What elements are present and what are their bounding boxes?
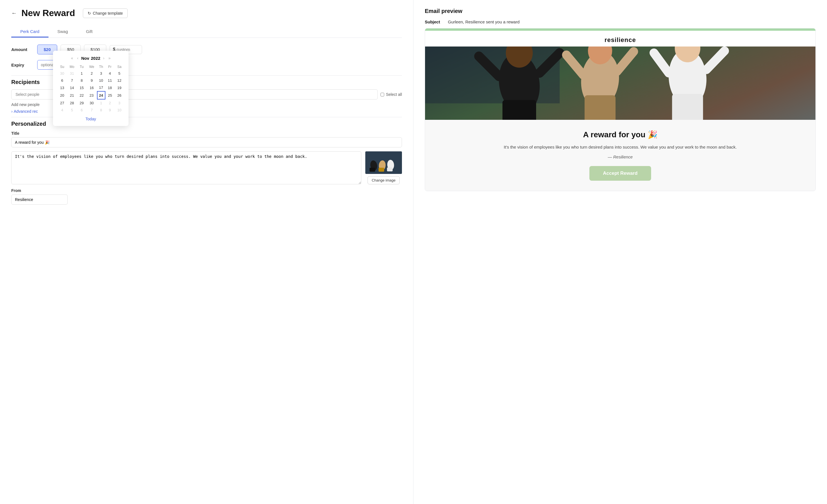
header: ← New Reward ↻ Change template xyxy=(11,8,402,18)
refresh-icon: ↻ xyxy=(88,11,91,15)
select-all-checkbox[interactable] xyxy=(381,93,384,96)
email-gif xyxy=(425,47,816,120)
calendar-day[interactable]: 15 xyxy=(77,84,87,91)
message-textarea[interactable] xyxy=(11,151,361,184)
calendar-day[interactable]: 19 xyxy=(115,84,124,91)
message-textarea-wrap: Change image xyxy=(11,151,402,184)
svg-rect-12 xyxy=(502,100,536,120)
calendar-day[interactable]: 31 xyxy=(67,70,77,77)
expiry-label: Expiry xyxy=(11,62,34,67)
cal-month: Nov xyxy=(81,56,89,61)
cal-prev-year[interactable]: « xyxy=(70,55,75,61)
email-brand: resilience xyxy=(425,31,816,47)
calendar-day[interactable]: 6 xyxy=(57,77,67,84)
calendar-header: « ‹ Nov 2022 › » xyxy=(57,55,124,61)
calendar-day[interactable]: 21 xyxy=(67,91,77,99)
svg-rect-6 xyxy=(387,167,393,171)
cal-weekday-we: We xyxy=(86,64,97,70)
svg-rect-4 xyxy=(370,168,375,172)
calendar-day[interactable]: 26 xyxy=(115,91,124,99)
calendar-popup: « ‹ Nov 2022 › » Su Mo Tu We Th Fr Sa 30… xyxy=(53,51,129,126)
calendar-day[interactable]: 1 xyxy=(97,99,105,107)
calendar-day[interactable]: 20 xyxy=(57,91,67,99)
right-panel: Email preview Subject Gurleen, Resilienc… xyxy=(414,0,827,504)
calendar-day[interactable]: 8 xyxy=(77,77,87,84)
calendar-grid: Su Mo Tu We Th Fr Sa 3031123456789101112… xyxy=(57,64,124,114)
calendar-day[interactable]: 17 xyxy=(97,84,105,91)
change-template-button[interactable]: ↻ Change template xyxy=(83,8,128,18)
calendar-day[interactable]: 6 xyxy=(77,107,87,114)
tabs-container: Perk Card Swag Gift xyxy=(11,26,402,38)
calendar-day[interactable]: 13 xyxy=(57,84,67,91)
calendar-day[interactable]: 2 xyxy=(105,99,115,107)
calendar-day[interactable]: 9 xyxy=(105,107,115,114)
title-field-label: Title xyxy=(11,131,402,136)
cal-next-year[interactable]: » xyxy=(107,55,112,61)
cal-weekday-fr: Fr xyxy=(105,64,115,70)
cal-prev-month[interactable]: ‹ xyxy=(76,55,80,61)
calendar-day[interactable]: 4 xyxy=(57,107,67,114)
calendar-day[interactable]: 14 xyxy=(67,84,77,91)
email-card: resilience xyxy=(425,28,816,191)
calendar-day[interactable]: 1 xyxy=(77,70,87,77)
tab-perk-card[interactable]: Perk Card xyxy=(11,26,48,38)
calendar-day[interactable]: 10 xyxy=(97,77,105,84)
calendar-day[interactable]: 30 xyxy=(57,70,67,77)
calendar-day[interactable]: 28 xyxy=(67,99,77,107)
calendar-day[interactable]: 7 xyxy=(86,107,97,114)
calendar-day[interactable]: 30 xyxy=(86,99,97,107)
email-reward-message: It's the vision of employees like you wh… xyxy=(436,144,804,151)
change-image-button[interactable]: Change image xyxy=(368,176,400,184)
calendar-day[interactable]: 23 xyxy=(86,91,97,99)
calendar-day[interactable]: 12 xyxy=(115,77,124,84)
calendar-day[interactable]: 3 xyxy=(97,70,105,77)
calendar-day[interactable]: 22 xyxy=(77,91,87,99)
email-preview-title: Email preview xyxy=(425,8,816,14)
image-preview-wrap: Change image xyxy=(365,151,402,184)
calendar-day[interactable]: 4 xyxy=(105,70,115,77)
svg-rect-5 xyxy=(379,168,384,172)
cal-weekday-mo: Mo xyxy=(67,64,77,70)
subject-value: Gurleen, Resilience sent you a reward xyxy=(448,19,520,24)
reward-title-input[interactable] xyxy=(11,137,402,147)
calendar-day[interactable]: 24 xyxy=(97,91,105,99)
calendar-day[interactable]: 25 xyxy=(105,91,115,99)
chevron-right-icon: › xyxy=(11,109,13,114)
calendar-day[interactable]: 18 xyxy=(105,84,115,91)
calendar-day[interactable]: 5 xyxy=(115,70,124,77)
cal-next-month[interactable]: › xyxy=(102,55,106,61)
calendar-day[interactable]: 7 xyxy=(67,77,77,84)
tab-swag[interactable]: Swag xyxy=(48,26,77,38)
email-subject-row: Subject Gurleen, Resilience sent you a r… xyxy=(425,19,816,24)
calendar-day[interactable]: 8 xyxy=(97,107,105,114)
calendar-day[interactable]: 16 xyxy=(86,84,97,91)
gif-thumbnail xyxy=(365,151,402,174)
email-gif-area xyxy=(425,47,816,120)
calendar-day[interactable]: 10 xyxy=(115,107,124,114)
email-from: — Resilience xyxy=(436,154,804,159)
from-input[interactable] xyxy=(11,195,68,205)
calendar-day[interactable]: 3 xyxy=(115,99,124,107)
cal-year: 2022 xyxy=(91,56,100,61)
from-label: From xyxy=(11,188,402,193)
calendar-day[interactable]: 5 xyxy=(67,107,77,114)
cal-weekday-tu: Tu xyxy=(77,64,87,70)
email-reward-title: A reward for you 🎉 xyxy=(436,130,804,139)
email-green-bar xyxy=(425,29,816,31)
email-content-box: A reward for you 🎉 It's the vision of em… xyxy=(425,120,816,191)
calendar-day[interactable]: 29 xyxy=(77,99,87,107)
back-button[interactable]: ← xyxy=(11,10,17,16)
accept-reward-button[interactable]: Accept Reward xyxy=(589,166,651,181)
calendar-day[interactable]: 9 xyxy=(86,77,97,84)
calendar-today-button[interactable]: Today xyxy=(85,117,96,121)
calendar-day[interactable]: 11 xyxy=(105,77,115,84)
svg-rect-15 xyxy=(585,95,616,120)
tab-gift[interactable]: Gift xyxy=(77,26,101,38)
image-preview xyxy=(365,151,402,174)
select-all-label: Select all xyxy=(386,92,402,97)
select-all-wrap: Select all xyxy=(381,92,402,97)
left-panel: ← New Reward ↻ Change template Perk Card… xyxy=(0,0,414,504)
calendar-day[interactable]: 2 xyxy=(86,70,97,77)
svg-rect-18 xyxy=(672,94,703,120)
calendar-day[interactable]: 27 xyxy=(57,99,67,107)
